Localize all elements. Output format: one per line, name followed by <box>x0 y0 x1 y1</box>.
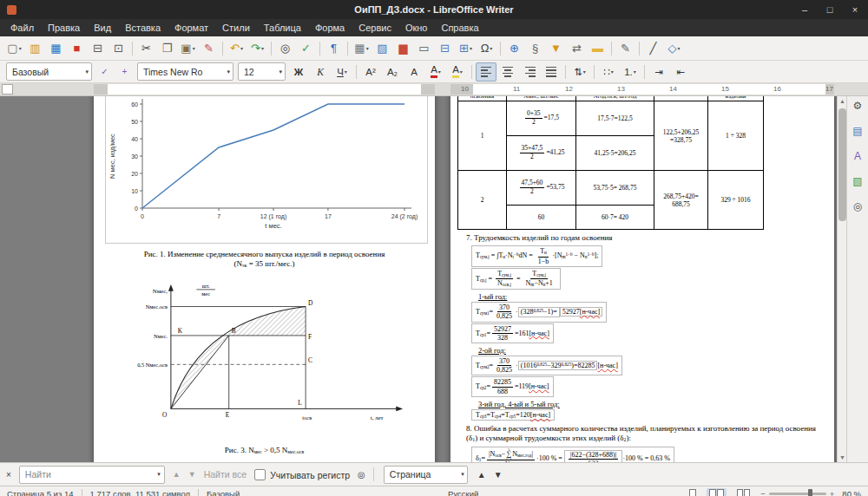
find-next-button[interactable]: ▼ <box>188 470 196 479</box>
find-input[interactable] <box>23 468 157 480</box>
styles-button[interactable]: A <box>850 148 865 164</box>
insert-hyperlink-button[interactable]: ⊕ <box>504 39 524 58</box>
menu-table[interactable]: Таблица <box>257 21 308 35</box>
insert-bookmark-button[interactable]: ▼ <box>546 39 566 58</box>
align-center-button[interactable] <box>497 62 518 82</box>
track-changes-button[interactable]: ✎ <box>615 39 635 58</box>
increase-indent-button[interactable]: ⇥ <box>648 62 669 82</box>
insert-table-button[interactable]: ▦▾ <box>352 39 372 58</box>
open-button[interactable]: ▥ <box>25 39 45 58</box>
italic-button[interactable]: К <box>310 62 331 82</box>
figure-2-drawing[interactable]: Nмес, шт. мес Nмес.осв Nмес. 0,5 Nмес.ос… <box>118 281 435 434</box>
navigate-next-button[interactable]: ▼ <box>494 470 503 480</box>
insert-field-button[interactable]: ⊞▾ <box>456 39 476 58</box>
zoom-percentage[interactable]: 80 % <box>842 489 861 496</box>
zoom-slider[interactable] <box>769 493 826 495</box>
zoom-out-icon[interactable]: − <box>760 489 766 496</box>
clear-formatting-button[interactable]: A <box>404 62 424 82</box>
insert-cross-reference-button[interactable]: ⇄ <box>567 39 587 58</box>
zoom-slider-thumb[interactable] <box>808 489 812 496</box>
new-document-button[interactable]: ▢▾ <box>4 39 24 58</box>
navigate-previous-button[interactable]: ▲ <box>477 470 486 480</box>
subscript-button[interactable]: A₂ <box>382 62 403 82</box>
bullet-list-button[interactable]: ∷▾ <box>598 62 619 82</box>
underline-button[interactable]: Ч▾ <box>332 62 352 82</box>
numbered-list-button[interactable]: 1.▾ <box>620 62 641 82</box>
decrease-indent-button[interactable]: ⇤ <box>670 62 691 82</box>
export-pdf-button[interactable]: ■ <box>67 39 87 58</box>
insert-text-box-button[interactable]: ▭ <box>414 39 434 58</box>
insert-chart-button[interactable]: ▆ <box>393 39 413 58</box>
match-case-checkbox[interactable] <box>254 469 266 480</box>
find-all-button[interactable]: Найти все <box>204 469 247 480</box>
line-spacing-button[interactable]: ⇅▾ <box>569 62 590 82</box>
print-preview-button[interactable]: ⊡ <box>108 39 128 58</box>
document-page-right[interactable]: освоения Nмес, шт/мес Nгод.осв, шт/год и… <box>450 96 834 462</box>
align-right-button[interactable] <box>519 62 540 82</box>
find-replace-button[interactable]: ◎ <box>275 39 295 58</box>
properties-button[interactable]: ▤ <box>850 123 865 139</box>
chart-figure-1[interactable]: 01020304050600712 (1 год)1724 (2 год)t м… <box>105 96 428 244</box>
insert-comment-button[interactable]: ▬ <box>588 39 608 58</box>
menu-window[interactable]: Окно <box>398 21 435 35</box>
superscript-button[interactable]: A² <box>360 62 381 82</box>
document-page-left[interactable]: 01020304050600712 (1 год)1724 (2 год)t м… <box>94 96 435 462</box>
find-replace-icon[interactable]: ◎ <box>358 470 365 480</box>
minimize-button[interactable]: – <box>799 4 811 15</box>
insert-page-break-button[interactable]: ⊟ <box>435 39 455 58</box>
match-case-control[interactable]: Учитывать регистр <box>254 469 350 480</box>
chevron-down-icon[interactable]: ▾ <box>157 471 161 478</box>
menu-file[interactable]: Файл <box>3 21 41 35</box>
gallery-button[interactable]: ▧ <box>850 173 865 189</box>
insert-footnote-button[interactable]: § <box>525 39 545 58</box>
maximize-button[interactable]: □ <box>824 4 836 15</box>
formatting-marks-button[interactable]: ¶ <box>324 39 344 58</box>
font-size-combo[interactable]: 12 ▾ <box>238 62 286 81</box>
scrollbar-thumb[interactable] <box>838 108 846 221</box>
print-button[interactable]: ⊟ <box>88 39 108 58</box>
font-name-combo[interactable]: Times New Ro ▾ <box>137 62 233 81</box>
insert-line-button[interactable]: ╱ <box>643 39 663 58</box>
menu-insert[interactable]: Вставка <box>118 21 168 35</box>
multi-page-view-button[interactable] <box>707 488 727 496</box>
page-number-status[interactable]: Страница 5 из 14 <box>7 489 74 496</box>
menu-format[interactable]: Формат <box>168 21 215 35</box>
menu-help[interactable]: Справка <box>434 21 485 35</box>
insert-image-button[interactable]: ▨ <box>372 39 392 58</box>
clone-formatting-button[interactable]: ✎ <box>199 39 219 58</box>
ruler-margin[interactable] <box>94 84 108 95</box>
navigate-by-combo[interactable]: Страница ▾ <box>384 466 468 484</box>
find-previous-button[interactable]: ▲ <box>173 470 181 479</box>
paragraph-style-combo[interactable]: Базовый ▾ <box>6 62 92 81</box>
copy-button[interactable]: ❐ <box>157 39 177 58</box>
bold-button[interactable]: Ж <box>288 62 309 82</box>
page-style-status[interactable]: Базовый <box>207 489 240 496</box>
paste-button[interactable]: ▣▾ <box>178 39 198 58</box>
menu-tools[interactable]: Сервис <box>352 21 398 35</box>
single-page-view-button[interactable] <box>687 488 699 496</box>
font-color-button[interactable]: A▾ <box>425 62 446 82</box>
word-count-status[interactable]: 1 717 слов, 11 531 символ <box>90 489 191 496</box>
redo-button[interactable]: ↷▾ <box>247 39 267 58</box>
new-style-button[interactable]: + <box>115 62 135 82</box>
spelling-button[interactable]: ✓ <box>296 39 316 58</box>
basic-shapes-button[interactable]: ◇▾ <box>664 39 684 58</box>
update-style-button[interactable]: ✓ <box>95 62 115 82</box>
undo-button[interactable]: ↶▾ <box>227 39 247 58</box>
find-input-wrap[interactable]: ▾ <box>19 466 165 484</box>
cut-button[interactable]: ✂ <box>136 39 156 58</box>
align-left-button[interactable] <box>476 62 496 82</box>
save-button[interactable]: ▦ <box>46 39 66 58</box>
titlebar[interactable]: ОиПП_ДЗ.docx - LibreOffice Writer – □ × <box>0 0 868 19</box>
horizontal-ruler[interactable]: 1011121314151617 <box>0 83 868 96</box>
sidebar-settings-button[interactable]: ⚙ <box>850 98 865 114</box>
zoom-in-icon[interactable]: + <box>830 489 835 496</box>
book-view-button[interactable] <box>734 488 753 496</box>
insert-special-character-button[interactable]: Ω▾ <box>477 39 496 58</box>
menu-edit[interactable]: Правка <box>41 21 87 35</box>
language-status[interactable]: Русский <box>448 489 478 496</box>
menu-view[interactable]: Вид <box>87 21 118 35</box>
align-justify-button[interactable] <box>541 62 562 82</box>
menu-form[interactable]: Форма <box>308 21 352 35</box>
tab-stop-selector[interactable] <box>2 84 13 95</box>
